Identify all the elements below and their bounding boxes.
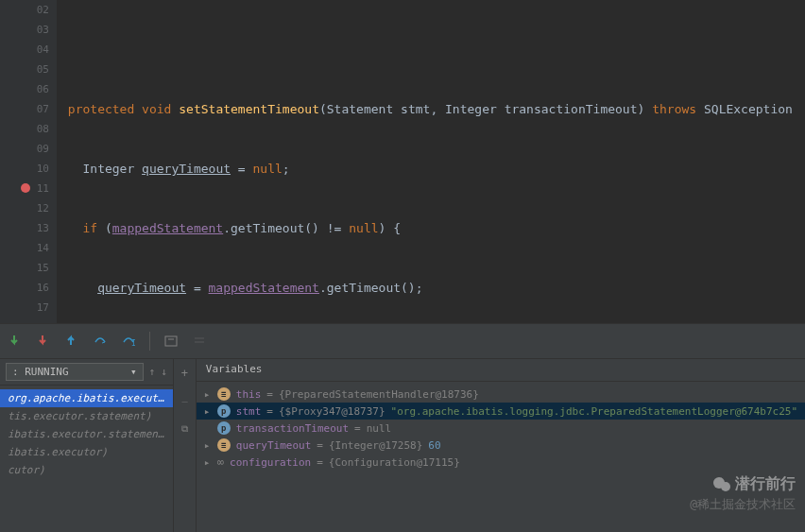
svg-text:I: I	[131, 339, 135, 348]
step-into-icon[interactable]	[36, 334, 51, 349]
frame-item[interactable]: org.apache.ibatis.executor.statement)	[0, 389, 173, 407]
variables-header: Variables	[197, 359, 805, 382]
svg-rect-1	[165, 336, 177, 346]
frame-down-icon[interactable]: ↓	[161, 366, 167, 378]
debug-toolbar: I	[0, 323, 805, 359]
breakpoint-icon[interactable]	[21, 183, 30, 193]
remove-watch-icon[interactable]: −	[181, 395, 188, 408]
debug-panel: : RUNNING▾ ↑ ↓ org.apache.ibatis.executo…	[0, 359, 805, 532]
frames-list[interactable]: org.apache.ibatis.executor.statement) ti…	[0, 386, 173, 483]
frame-item[interactable]: ibatis.executor.statement)	[0, 425, 173, 443]
expand-icon[interactable]: ▸	[204, 456, 212, 469]
frame-up-icon[interactable]: ↑	[149, 366, 156, 378]
frame-item[interactable]: cutor)	[0, 461, 173, 479]
var-item-stmt[interactable]: ▸ p stmt = {$Proxy347@18737} "org.apache…	[197, 403, 805, 420]
frames-panel: : RUNNING▾ ↑ ↓ org.apache.ibatis.executo…	[0, 359, 174, 532]
evaluate-icon[interactable]	[163, 334, 179, 349]
frame-item[interactable]: ibatis.executor)	[0, 443, 173, 461]
step-down-icon[interactable]	[8, 334, 23, 349]
var-item-query-timeout[interactable]: ▸ ≡ queryTimeout = {Integer@17258} 60	[197, 437, 805, 454]
frame-item[interactable]: tis.executor.statement)	[0, 407, 173, 425]
watermark: 潜行前行 @稀土掘金技术社区	[690, 474, 796, 513]
expand-icon[interactable]: ▸	[204, 439, 212, 452]
code-editor: 02 03 04 05 06 07 08 09 10 11 12 13 14 1…	[0, 0, 805, 323]
wechat-icon	[712, 475, 731, 494]
trace-icon[interactable]	[192, 334, 207, 349]
svg-point-6	[721, 482, 730, 491]
expand-icon[interactable]: ▸	[204, 405, 212, 418]
var-item-configuration[interactable]: ▸ ∞ configuration = {Configuration@17115…	[197, 454, 805, 471]
add-watch-icon[interactable]: +	[181, 367, 188, 380]
expand-icon[interactable]: ▸	[204, 388, 212, 401]
var-item-this[interactable]: ▸ ≡ this = {PreparedStatementHandler@187…	[197, 386, 805, 403]
run-to-cursor-icon[interactable]: I	[121, 334, 136, 349]
editor-gutter: 02 03 04 05 06 07 08 09 10 11 12 13 14 1…	[0, 0, 57, 323]
copy-icon[interactable]: ⧉	[181, 423, 188, 435]
code-content[interactable]: protected void setStatementTimeout(State…	[57, 0, 805, 323]
step-over-icon[interactable]	[93, 334, 108, 349]
variables-list[interactable]: ▸ ≡ this = {PreparedStatementHandler@187…	[197, 382, 805, 474]
step-out-icon[interactable]	[64, 334, 79, 349]
var-item-transaction-timeout[interactable]: p transactionTimeout = null	[197, 420, 805, 437]
thread-dropdown[interactable]: : RUNNING▾	[6, 363, 144, 381]
